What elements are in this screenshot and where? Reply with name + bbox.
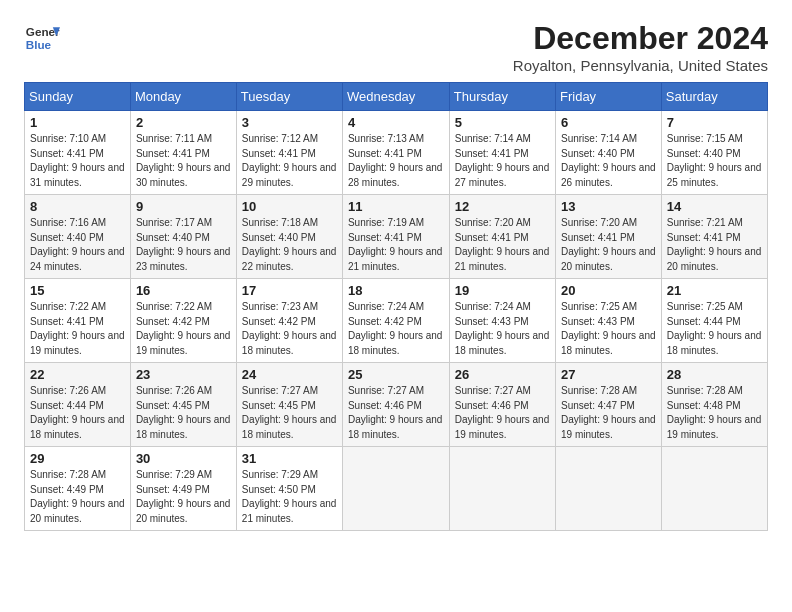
day-detail: Sunrise: 7:24 AMSunset: 4:43 PMDaylight:… (455, 301, 550, 356)
day-number: 24 (242, 367, 337, 382)
day-number: 11 (348, 199, 444, 214)
day-detail: Sunrise: 7:16 AMSunset: 4:40 PMDaylight:… (30, 217, 125, 272)
day-number: 9 (136, 199, 231, 214)
header: General Blue December 2024 Royalton, Pen… (24, 20, 768, 74)
calendar-day-cell: 1 Sunrise: 7:10 AMSunset: 4:41 PMDayligh… (25, 111, 131, 195)
calendar-day-cell: 5 Sunrise: 7:14 AMSunset: 4:41 PMDayligh… (449, 111, 555, 195)
title-area: December 2024 Royalton, Pennsylvania, Un… (513, 20, 768, 74)
day-detail: Sunrise: 7:14 AMSunset: 4:40 PMDaylight:… (561, 133, 656, 188)
day-number: 25 (348, 367, 444, 382)
weekday-header-sunday: Sunday (25, 83, 131, 111)
day-detail: Sunrise: 7:28 AMSunset: 4:49 PMDaylight:… (30, 469, 125, 524)
day-number: 30 (136, 451, 231, 466)
calendar-week-row: 15 Sunrise: 7:22 AMSunset: 4:41 PMDaylig… (25, 279, 768, 363)
weekday-header-friday: Friday (556, 83, 662, 111)
calendar-header-row: SundayMondayTuesdayWednesdayThursdayFrid… (25, 83, 768, 111)
day-number: 2 (136, 115, 231, 130)
calendar-day-cell: 25 Sunrise: 7:27 AMSunset: 4:46 PMDaylig… (342, 363, 449, 447)
day-number: 13 (561, 199, 656, 214)
day-detail: Sunrise: 7:27 AMSunset: 4:46 PMDaylight:… (348, 385, 443, 440)
weekday-header-thursday: Thursday (449, 83, 555, 111)
calendar-body: 1 Sunrise: 7:10 AMSunset: 4:41 PMDayligh… (25, 111, 768, 531)
calendar-day-cell: 31 Sunrise: 7:29 AMSunset: 4:50 PMDaylig… (236, 447, 342, 531)
calendar-day-cell: 30 Sunrise: 7:29 AMSunset: 4:49 PMDaylig… (130, 447, 236, 531)
calendar-day-cell: 26 Sunrise: 7:27 AMSunset: 4:46 PMDaylig… (449, 363, 555, 447)
logo: General Blue (24, 20, 60, 56)
calendar-table: SundayMondayTuesdayWednesdayThursdayFrid… (24, 82, 768, 531)
calendar-day-cell: 11 Sunrise: 7:19 AMSunset: 4:41 PMDaylig… (342, 195, 449, 279)
day-number: 22 (30, 367, 125, 382)
day-detail: Sunrise: 7:10 AMSunset: 4:41 PMDaylight:… (30, 133, 125, 188)
calendar-day-cell: 27 Sunrise: 7:28 AMSunset: 4:47 PMDaylig… (556, 363, 662, 447)
calendar-day-cell (661, 447, 767, 531)
day-detail: Sunrise: 7:27 AMSunset: 4:46 PMDaylight:… (455, 385, 550, 440)
day-detail: Sunrise: 7:28 AMSunset: 4:48 PMDaylight:… (667, 385, 762, 440)
calendar-day-cell: 7 Sunrise: 7:15 AMSunset: 4:40 PMDayligh… (661, 111, 767, 195)
weekday-header-monday: Monday (130, 83, 236, 111)
weekday-header-tuesday: Tuesday (236, 83, 342, 111)
day-number: 20 (561, 283, 656, 298)
day-number: 17 (242, 283, 337, 298)
day-detail: Sunrise: 7:13 AMSunset: 4:41 PMDaylight:… (348, 133, 443, 188)
day-detail: Sunrise: 7:27 AMSunset: 4:45 PMDaylight:… (242, 385, 337, 440)
day-number: 12 (455, 199, 550, 214)
day-detail: Sunrise: 7:21 AMSunset: 4:41 PMDaylight:… (667, 217, 762, 272)
calendar-day-cell: 9 Sunrise: 7:17 AMSunset: 4:40 PMDayligh… (130, 195, 236, 279)
day-number: 29 (30, 451, 125, 466)
day-detail: Sunrise: 7:23 AMSunset: 4:42 PMDaylight:… (242, 301, 337, 356)
day-number: 5 (455, 115, 550, 130)
calendar-day-cell (342, 447, 449, 531)
calendar-day-cell: 21 Sunrise: 7:25 AMSunset: 4:44 PMDaylig… (661, 279, 767, 363)
calendar-day-cell: 10 Sunrise: 7:18 AMSunset: 4:40 PMDaylig… (236, 195, 342, 279)
day-number: 18 (348, 283, 444, 298)
day-number: 14 (667, 199, 762, 214)
day-detail: Sunrise: 7:29 AMSunset: 4:50 PMDaylight:… (242, 469, 337, 524)
day-detail: Sunrise: 7:26 AMSunset: 4:45 PMDaylight:… (136, 385, 231, 440)
calendar-day-cell: 8 Sunrise: 7:16 AMSunset: 4:40 PMDayligh… (25, 195, 131, 279)
location-title: Royalton, Pennsylvania, United States (513, 57, 768, 74)
day-detail: Sunrise: 7:28 AMSunset: 4:47 PMDaylight:… (561, 385, 656, 440)
day-detail: Sunrise: 7:26 AMSunset: 4:44 PMDaylight:… (30, 385, 125, 440)
day-detail: Sunrise: 7:22 AMSunset: 4:41 PMDaylight:… (30, 301, 125, 356)
calendar-day-cell (556, 447, 662, 531)
day-detail: Sunrise: 7:17 AMSunset: 4:40 PMDaylight:… (136, 217, 231, 272)
calendar-day-cell: 28 Sunrise: 7:28 AMSunset: 4:48 PMDaylig… (661, 363, 767, 447)
calendar-day-cell: 23 Sunrise: 7:26 AMSunset: 4:45 PMDaylig… (130, 363, 236, 447)
calendar-week-row: 8 Sunrise: 7:16 AMSunset: 4:40 PMDayligh… (25, 195, 768, 279)
day-number: 4 (348, 115, 444, 130)
calendar-day-cell: 16 Sunrise: 7:22 AMSunset: 4:42 PMDaylig… (130, 279, 236, 363)
calendar-day-cell: 15 Sunrise: 7:22 AMSunset: 4:41 PMDaylig… (25, 279, 131, 363)
calendar-day-cell: 20 Sunrise: 7:25 AMSunset: 4:43 PMDaylig… (556, 279, 662, 363)
calendar-day-cell (449, 447, 555, 531)
day-detail: Sunrise: 7:25 AMSunset: 4:44 PMDaylight:… (667, 301, 762, 356)
calendar-day-cell: 17 Sunrise: 7:23 AMSunset: 4:42 PMDaylig… (236, 279, 342, 363)
day-number: 31 (242, 451, 337, 466)
logo-icon: General Blue (24, 20, 60, 56)
day-number: 28 (667, 367, 762, 382)
calendar-day-cell: 2 Sunrise: 7:11 AMSunset: 4:41 PMDayligh… (130, 111, 236, 195)
svg-text:Blue: Blue (26, 38, 52, 51)
day-detail: Sunrise: 7:18 AMSunset: 4:40 PMDaylight:… (242, 217, 337, 272)
day-number: 26 (455, 367, 550, 382)
day-detail: Sunrise: 7:12 AMSunset: 4:41 PMDaylight:… (242, 133, 337, 188)
day-number: 19 (455, 283, 550, 298)
day-detail: Sunrise: 7:15 AMSunset: 4:40 PMDaylight:… (667, 133, 762, 188)
calendar-day-cell: 18 Sunrise: 7:24 AMSunset: 4:42 PMDaylig… (342, 279, 449, 363)
calendar-day-cell: 12 Sunrise: 7:20 AMSunset: 4:41 PMDaylig… (449, 195, 555, 279)
calendar-week-row: 29 Sunrise: 7:28 AMSunset: 4:49 PMDaylig… (25, 447, 768, 531)
day-detail: Sunrise: 7:19 AMSunset: 4:41 PMDaylight:… (348, 217, 443, 272)
day-number: 21 (667, 283, 762, 298)
calendar-week-row: 22 Sunrise: 7:26 AMSunset: 4:44 PMDaylig… (25, 363, 768, 447)
day-detail: Sunrise: 7:29 AMSunset: 4:49 PMDaylight:… (136, 469, 231, 524)
day-number: 8 (30, 199, 125, 214)
month-title: December 2024 (513, 20, 768, 57)
day-number: 15 (30, 283, 125, 298)
day-number: 1 (30, 115, 125, 130)
day-number: 6 (561, 115, 656, 130)
day-detail: Sunrise: 7:24 AMSunset: 4:42 PMDaylight:… (348, 301, 443, 356)
calendar-day-cell: 6 Sunrise: 7:14 AMSunset: 4:40 PMDayligh… (556, 111, 662, 195)
day-detail: Sunrise: 7:20 AMSunset: 4:41 PMDaylight:… (455, 217, 550, 272)
day-detail: Sunrise: 7:22 AMSunset: 4:42 PMDaylight:… (136, 301, 231, 356)
day-number: 16 (136, 283, 231, 298)
day-number: 23 (136, 367, 231, 382)
